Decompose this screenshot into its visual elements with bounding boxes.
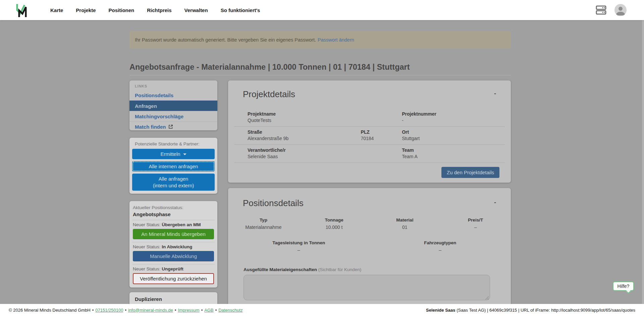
handover-to-mm-button[interactable]: An Mineral Minds übergeben bbox=[133, 229, 214, 239]
position-summary-row: Typ Materialannahme Tonnage 10.000 t Mat… bbox=[228, 217, 511, 230]
sidebar-item-match-finden[interactable]: Match finden bbox=[129, 121, 217, 130]
sidebar-item-label: Match finden bbox=[135, 124, 166, 130]
mineral-minds-logo-icon[interactable] bbox=[15, 3, 30, 17]
table-row: Verantwortliche/r Selenide Saas Team Tea… bbox=[234, 145, 505, 163]
go-to-project-details-button[interactable]: Zu den Projektdetails bbox=[441, 167, 499, 178]
withdraw-publication-button[interactable]: Veröffentlichung zurückziehen bbox=[133, 273, 214, 284]
field-value: 01 bbox=[370, 224, 440, 230]
field-label: Team bbox=[402, 147, 505, 153]
field-value: – bbox=[370, 247, 511, 253]
footer-user-info: Selenide Saas (Saas Test AG) | 64069c39f… bbox=[426, 308, 635, 313]
alert-message: Ihr Passwort wurde automatisch generiert… bbox=[135, 37, 316, 43]
field-value: Alexanderstraße 9b bbox=[248, 136, 361, 141]
navbar-right bbox=[596, 4, 627, 16]
change-password-link[interactable]: Passwort ändern bbox=[318, 37, 354, 43]
sidebar-item-label: Anfragen bbox=[135, 103, 157, 109]
material-properties-label-bold: Ausgefüllte Materialeigenschaften bbox=[244, 267, 317, 272]
help-tooltip-label: Hilfe? bbox=[618, 283, 630, 289]
material-properties-textarea[interactable] bbox=[244, 275, 490, 300]
table-row: Straße Alexanderstraße 9b PLZ 70184 Ort … bbox=[234, 127, 505, 145]
sidebar-item-anfragen[interactable]: Anfragen bbox=[129, 101, 217, 111]
field-projektname: Projektname QuoteTests bbox=[248, 111, 361, 123]
field-value: – bbox=[228, 247, 370, 253]
footer-copyright: © 2026 Mineral Minds Deutschland GmbH bbox=[9, 308, 91, 313]
footer-email-link[interactable]: info@mineral-minds.de bbox=[128, 308, 173, 313]
caret-down-icon bbox=[183, 153, 186, 155]
footer-left: © 2026 Mineral Minds Deutschland GmbH • … bbox=[9, 308, 243, 313]
sidebar-item-label: Positionsdetails bbox=[135, 92, 173, 98]
footer-separator: • bbox=[175, 308, 176, 313]
password-alert: Ihr Passwort wurde automatisch generiert… bbox=[129, 31, 511, 49]
top-navbar: Karte Projekte Positionen Richtpreis Ver… bbox=[0, 0, 644, 20]
footer-user-name: Selenide Saas bbox=[426, 308, 455, 313]
footer-impressum-link[interactable]: Impressum bbox=[178, 308, 199, 313]
external-link-icon bbox=[168, 124, 173, 129]
request-all-button[interactable]: Alle anfragen (intern und extern) bbox=[132, 174, 215, 191]
field-value: Selenide Saas bbox=[248, 154, 361, 160]
field-preis-t: Preis/T – bbox=[440, 217, 511, 230]
footer-separator: • bbox=[201, 308, 203, 313]
field-tagesleistung: Tagesleistung in Tonnen – bbox=[228, 240, 370, 253]
field-label: Ort bbox=[402, 129, 505, 135]
field-tonnage: Tonnage 10.000 t bbox=[299, 217, 370, 230]
spacer bbox=[361, 147, 402, 160]
new-status-prefix: Neuer Status: bbox=[133, 266, 162, 271]
user-avatar-icon[interactable] bbox=[614, 4, 627, 16]
project-details-card: Projektdetails - Projektname QuoteTests … bbox=[228, 80, 511, 183]
new-status-line: Neuer Status: Übergeben an MM bbox=[133, 222, 214, 228]
sidebar-item-positionsdetails[interactable]: Positionsdetails bbox=[129, 90, 217, 101]
field-label: Preis/T bbox=[440, 217, 511, 223]
divider bbox=[132, 220, 215, 220]
field-value: 70184 bbox=[361, 136, 402, 141]
project-card-title: Projektdetails bbox=[243, 89, 295, 99]
footer-datenschutz-link[interactable]: Datenschutz bbox=[218, 308, 243, 313]
nav-item-positionen[interactable]: Positionen bbox=[102, 7, 141, 13]
ermitteln-button[interactable]: Ermitteln bbox=[132, 149, 215, 159]
nav-item-so-funktionierts[interactable]: So funktioniert's bbox=[214, 7, 267, 13]
field-ort: Ort Stuttgart bbox=[402, 129, 505, 141]
field-value: QuoteTests bbox=[248, 118, 361, 123]
current-status-label: Aktueller Positionsstatus: bbox=[133, 205, 214, 210]
material-properties-label: Ausgefüllte Materialeigenschaften (Sicht… bbox=[244, 267, 495, 272]
nav-item-karte[interactable]: Karte bbox=[44, 7, 69, 13]
new-status-line: Neuer Status: In Abwicklung bbox=[133, 244, 214, 250]
project-card-header: Projektdetails - bbox=[228, 80, 511, 104]
project-details-table: Projektname QuoteTests Projektnummer - S… bbox=[234, 109, 505, 163]
footer-separator: • bbox=[92, 308, 94, 313]
collapse-button[interactable]: - bbox=[492, 89, 498, 98]
request-all-internal-button[interactable]: Alle internen anfragen bbox=[132, 161, 215, 172]
position-card-title: Positionsdetails bbox=[243, 198, 304, 208]
sidebar-item-matchingvorschlaege[interactable]: Matchingvorschläge bbox=[129, 111, 217, 121]
duplicate-button[interactable]: Duplizieren bbox=[135, 296, 212, 302]
nav-item-richtpreis[interactable]: Richtpreis bbox=[141, 7, 178, 13]
field-value: 10.000 t bbox=[299, 224, 370, 230]
footer-separator: • bbox=[125, 308, 126, 313]
help-tooltip[interactable]: Hilfe? bbox=[613, 281, 634, 291]
nav-item-projekte[interactable]: Projekte bbox=[69, 7, 102, 13]
new-status-name: Ungeprüft bbox=[162, 266, 183, 271]
material-properties-box bbox=[244, 275, 490, 302]
table-row: Projektname QuoteTests Projektnummer - bbox=[234, 109, 505, 127]
links-panel: LINKS Positionsdetails Anfragen Matching… bbox=[129, 80, 217, 130]
field-label: Tonnage bbox=[299, 217, 370, 223]
links-panel-header: LINKS bbox=[129, 83, 217, 90]
sidebar-item-label: Matchingvorschläge bbox=[135, 114, 183, 119]
project-card-actions: Zu den Projektdetails bbox=[228, 163, 511, 183]
manual-processing-button[interactable]: Manuelle Abwicklung bbox=[133, 251, 214, 261]
footer-phone-link[interactable]: 07151/250100 bbox=[95, 308, 123, 313]
field-verantwortliche: Verantwortliche/r Selenide Saas bbox=[248, 147, 361, 160]
scrollbar[interactable] bbox=[642, 20, 644, 304]
partners-panel-label: Potenzielle Standorte & Partner: bbox=[135, 141, 212, 146]
new-status-name: Übergeben an MM bbox=[162, 222, 201, 227]
page-title: Angebotsanfrage - Materialannahme | 10.0… bbox=[129, 63, 511, 72]
app-root: Karte Projekte Positionen Richtpreis Ver… bbox=[0, 0, 644, 316]
server-icon[interactable] bbox=[596, 5, 606, 15]
current-status-value: Angebotsphase bbox=[133, 211, 214, 218]
field-label: Material bbox=[370, 217, 440, 223]
footer-agb-link[interactable]: AGB bbox=[204, 308, 213, 313]
nav-item-verwalten[interactable]: Verwalten bbox=[178, 7, 214, 13]
main-nav: Karte Projekte Positionen Richtpreis Ver… bbox=[44, 7, 266, 13]
new-status-line: Neuer Status: Ungeprüft bbox=[133, 266, 214, 272]
divider bbox=[132, 242, 215, 242]
collapse-button[interactable]: - bbox=[492, 198, 498, 207]
